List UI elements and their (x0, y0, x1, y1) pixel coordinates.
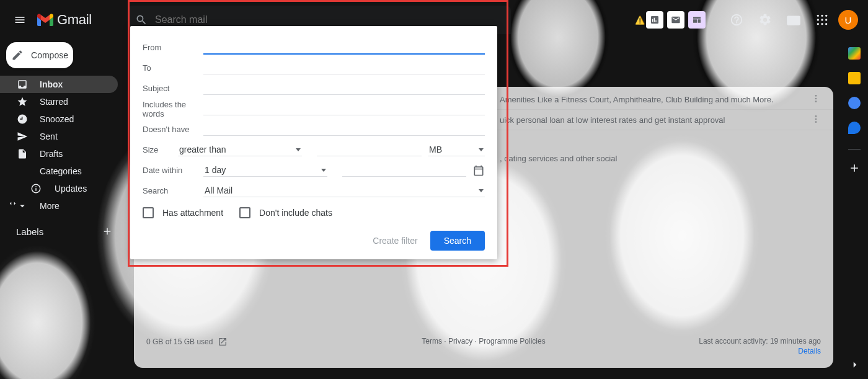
mail-snippet: uick personal loan at low interest rates… (500, 115, 725, 125)
from-label: From (143, 43, 203, 52)
advanced-search-panel: From To Subject Includes the words Doesn… (130, 26, 497, 259)
gmail-logo[interactable]: Gmail (37, 12, 92, 28)
to-label: To (143, 63, 203, 73)
sidebar-item-starred[interactable]: Starred (0, 93, 118, 110)
svg-point-7 (821, 23, 823, 25)
svg-point-13 (815, 118, 817, 120)
size-unit-select[interactable]: MB (428, 143, 485, 156)
side-panel (841, 40, 868, 379)
svg-point-10 (815, 97, 817, 99)
includes-input[interactable] (203, 102, 485, 115)
extension-button-1[interactable] (646, 11, 663, 29)
sidebar: Compose Inbox Starred Snoozed Sent Draft… (0, 40, 124, 379)
date-range-select[interactable]: 1 day (203, 164, 327, 177)
footer: 0 GB of 15 GB used Terms · Privacy · Pro… (134, 331, 833, 368)
subject-input[interactable] (203, 82, 485, 95)
svg-point-14 (815, 121, 817, 123)
search-in-select[interactable]: All Mail (203, 184, 485, 197)
footer-terms-link[interactable]: Terms (422, 337, 442, 346)
footer-activity-text: Last account activity: 19 minutes ago (699, 337, 821, 346)
svg-point-5 (825, 19, 827, 20)
compose-button[interactable]: Compose (6, 42, 73, 68)
notifications-button[interactable] (781, 7, 806, 32)
inbox-icon (16, 79, 29, 90)
svg-point-2 (825, 15, 827, 17)
size-value-input[interactable] (317, 144, 422, 156)
star-icon (16, 96, 29, 107)
size-operator-select[interactable]: greater than (178, 143, 302, 156)
hide-side-panel-button[interactable] (849, 359, 861, 373)
sidebar-item-sent[interactable]: Sent (0, 128, 118, 145)
get-addons-button[interactable] (848, 162, 861, 174)
storage-text: 0 GB of 15 GB used (146, 337, 213, 346)
pencil-icon (11, 49, 24, 61)
search-input[interactable] (155, 14, 503, 25)
mail-more-button[interactable] (811, 94, 821, 105)
mail-more-button[interactable] (811, 114, 821, 126)
extension-button-2[interactable] (667, 11, 684, 29)
chevron-down-icon (321, 169, 326, 172)
support-button[interactable] (724, 7, 749, 32)
compose-label: Compose (31, 50, 68, 60)
includes-label: Includes the words (143, 100, 203, 118)
to-input[interactable] (203, 61, 485, 74)
sidebar-item-inbox[interactable]: Inbox (0, 76, 118, 93)
gmail-icon (37, 14, 53, 26)
svg-point-12 (815, 115, 817, 117)
extension-button-3[interactable] (688, 11, 706, 29)
svg-point-6 (817, 23, 819, 25)
labels-header: Labels (0, 226, 124, 237)
svg-point-9 (815, 95, 817, 97)
date-within-label: Date within (143, 166, 203, 175)
sidebar-item-snoozed[interactable]: Snoozed (0, 110, 118, 128)
size-label: Size (143, 145, 178, 154)
keep-addon-button[interactable] (848, 72, 861, 84)
tasks-addon-button[interactable] (848, 97, 861, 109)
calendar-picker-button[interactable] (472, 164, 485, 177)
svg-point-1 (821, 15, 823, 17)
search-in-label: Search (143, 186, 203, 195)
sidebar-item-label: Categories (40, 166, 82, 176)
account-avatar[interactable]: U (838, 10, 858, 30)
checkbox-icon (239, 207, 250, 218)
settings-button[interactable] (753, 7, 777, 32)
send-icon (16, 131, 29, 142)
sidebar-item-categories[interactable]: Categories (0, 163, 118, 180)
sidebar-item-label: More (40, 201, 60, 211)
sidebar-item-label: Starred (40, 97, 68, 107)
chevron-down-icon (479, 189, 484, 192)
has-attachment-checkbox[interactable]: Has attachment (143, 207, 223, 218)
sidebar-item-label: Updates (55, 184, 87, 194)
sidebar-item-drafts[interactable]: Drafts (0, 145, 118, 163)
svg-point-4 (821, 19, 823, 20)
create-filter-button[interactable]: Create filter (373, 236, 417, 246)
sidebar-item-label: Inbox (40, 79, 63, 89)
checkbox-icon (143, 207, 154, 218)
labels-header-text: Labels (16, 226, 43, 237)
exclude-chats-checkbox[interactable]: Don't include chats (239, 207, 332, 218)
search-button[interactable]: Search (430, 231, 485, 251)
chevron-down-icon (479, 148, 484, 151)
chevron-down-icon (296, 148, 301, 151)
calendar-addon-button[interactable] (848, 47, 861, 60)
footer-details-link[interactable]: Details (699, 347, 821, 355)
sidebar-item-updates[interactable]: Updates (0, 180, 118, 197)
svg-point-11 (815, 100, 817, 102)
sidebar-item-label: Snoozed (40, 114, 74, 124)
doesnt-have-input[interactable] (203, 123, 485, 136)
search-icon (135, 14, 148, 26)
footer-privacy-link[interactable]: Privacy (448, 337, 472, 346)
categories-expand-toggle[interactable] (7, 200, 18, 207)
open-in-new-icon[interactable] (218, 337, 228, 347)
footer-policies-link[interactable]: Programme Policies (479, 337, 545, 346)
add-label-button[interactable] (102, 226, 113, 237)
category-snippet: , dating services and other social (500, 154, 617, 163)
main-menu-button[interactable] (5, 5, 35, 35)
extension-icons-group: ⚠️ (646, 11, 706, 29)
from-input[interactable] (203, 41, 485, 55)
exclude-chats-label: Don't include chats (259, 208, 332, 218)
svg-point-3 (817, 19, 819, 20)
contacts-addon-button[interactable] (848, 122, 861, 134)
sidebar-item-label: Drafts (40, 149, 63, 159)
apps-launcher-button[interactable] (810, 7, 835, 32)
